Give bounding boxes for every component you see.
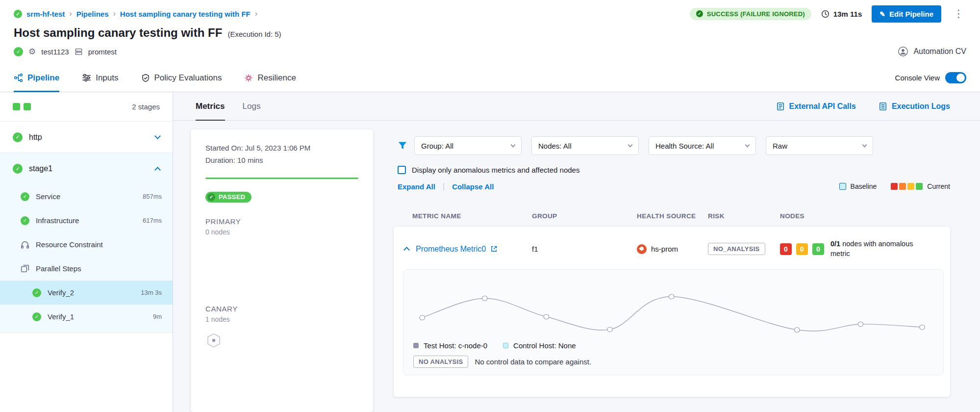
step-row-resource-constraint[interactable]: Resource Constraint: [0, 232, 173, 257]
stage-summary: 2 stages: [0, 92, 173, 122]
breadcrumb-pipeline-name[interactable]: Host sampling canary testing with FF: [120, 10, 251, 18]
meta-row: test1123 promtest Automation CV: [0, 40, 980, 64]
data-mode-value: Raw: [773, 142, 787, 150]
verification-status-badge: PASSED: [205, 192, 251, 203]
check-icon: [696, 10, 703, 17]
step-row-service[interactable]: Service 857ms: [0, 184, 173, 208]
risk-badge: NO_ANALYSIS: [708, 243, 765, 255]
step-duration: 9m: [153, 313, 162, 320]
external-link-icon[interactable]: [490, 245, 498, 253]
clock-icon: [821, 10, 829, 18]
control-host-chip[interactable]: Control Host: None: [503, 341, 576, 350]
verification-panel: Metrics Logs External API Calls Executio…: [173, 92, 980, 412]
console-view-label: Console View: [895, 74, 940, 82]
stage-square-icon: [24, 103, 31, 110]
metric-chart-container: Test Host: c-node-0 Control Host: None N…: [403, 269, 944, 375]
topbar: srm-hf-test Pipelines Host sampling cana…: [0, 0, 980, 23]
tab-resilience-label: Resilience: [257, 73, 296, 83]
chevron-down-icon: [745, 142, 750, 147]
collapse-chevron-icon[interactable]: [403, 247, 410, 253]
external-api-calls-link[interactable]: External API Calls: [776, 102, 856, 111]
breadcrumb-pipelines[interactable]: Pipelines: [76, 10, 109, 18]
tab-pipeline[interactable]: Pipeline: [14, 64, 59, 92]
success-icon: [21, 192, 29, 201]
step-duration: 857ms: [143, 193, 162, 200]
step-row-infrastructure[interactable]: Infrastructure 617ms: [0, 208, 173, 232]
metrics-panel: Group: All Nodes: All Health Source: All: [394, 129, 950, 412]
tab-logs[interactable]: Logs: [243, 92, 261, 120]
stage-count: 2 stages: [132, 103, 160, 111]
expand-all-link[interactable]: Expand All: [398, 182, 435, 191]
metrics-tab-bar: Metrics Logs External API Calls Executio…: [173, 92, 980, 121]
health-source-filter-dropdown[interactable]: Health Source: All: [649, 136, 756, 155]
nodes-cell: 0 0 0 0/1 nodes with anomalous metric: [780, 239, 950, 258]
parallel-steps-icon: [21, 264, 29, 273]
canary-label: CANARY: [205, 305, 358, 313]
edit-pipeline-button[interactable]: Edit Pipeline: [872, 5, 941, 23]
breadcrumb-separator: [113, 9, 116, 18]
tab-inputs[interactable]: Inputs: [82, 64, 118, 92]
test-host-label: Test Host: c-node-0: [424, 341, 487, 350]
gear-icon: [28, 48, 36, 56]
elapsed-time: 13m 11s: [821, 10, 862, 18]
risk-yellow-swatch-icon: [907, 183, 914, 190]
nodes-filter-dropdown[interactable]: Nodes: All: [531, 136, 639, 155]
main-tab-bar: Pipeline Inputs Policy Evaluations Resil…: [0, 64, 980, 92]
step-row-verify-2[interactable]: Verify_2 13m 3s: [0, 281, 173, 305]
metric-group: f1: [532, 245, 637, 253]
chevron-down-icon: [862, 142, 867, 147]
filter-row: Group: All Nodes: All Health Source: All: [394, 136, 950, 155]
console-view-toggle[interactable]: [945, 72, 966, 83]
execution-logs-link[interactable]: Execution Logs: [879, 102, 950, 111]
tab-resilience[interactable]: Resilience: [244, 64, 296, 92]
group-filter-dropdown[interactable]: Group: All: [414, 136, 522, 155]
test-host-chip[interactable]: Test Host: c-node-0: [413, 341, 487, 350]
execution-logs-icon: [879, 102, 887, 111]
canary-node[interactable]: [205, 332, 358, 351]
breadcrumb-project[interactable]: srm-hf-test: [26, 10, 65, 18]
inputs-icon: [82, 73, 91, 82]
project-status-icon: [14, 10, 22, 18]
nodes-filter-value: Nodes: All: [538, 142, 572, 150]
stage-row-http[interactable]: http: [0, 122, 173, 153]
control-host-swatch-icon: [503, 343, 508, 348]
pencil-icon: [879, 10, 885, 18]
tab-metrics[interactable]: Metrics: [196, 92, 225, 120]
step-list: Service 857ms Infrastructure 617ms Resou…: [0, 184, 173, 333]
baseline-label: Baseline: [851, 182, 877, 190]
tab-logs-label: Logs: [243, 102, 261, 111]
title-row: Host sampling canary testing with FF (Ex…: [0, 23, 980, 40]
metric-name-link[interactable]: Prometheus Metric0: [416, 245, 486, 254]
anomalous-filter-row: Display only anomalous metrics and affec…: [394, 166, 950, 174]
execution-body: 2 stages http stage1 Service 857ms: [0, 92, 980, 412]
current-swatches: [891, 183, 923, 190]
stage-row-stage1[interactable]: stage1: [0, 153, 173, 184]
topbar-actions: SUCCESS (FAILURE IGNORED) 13m 11s Edit P…: [690, 5, 966, 23]
risk-red-swatch-icon: [891, 183, 898, 190]
data-mode-dropdown[interactable]: Raw: [766, 136, 873, 155]
page-title: Host sampling canary testing with FF: [14, 26, 222, 40]
kebab-menu-icon[interactable]: [951, 8, 966, 20]
tab-policy-evaluations[interactable]: Policy Evaluations: [141, 64, 222, 92]
step-row-verify-1[interactable]: Verify_1 9m: [0, 305, 173, 329]
verification-content: Started On: Jul 5, 2023 1:06 PM Duration…: [173, 121, 980, 412]
chart-point: [858, 322, 863, 327]
step-label: Verify_1: [48, 312, 74, 321]
chart-point: [669, 294, 674, 299]
analysis-row: NO ANALYSIS No control data to compare a…: [410, 356, 936, 368]
success-icon: [21, 216, 29, 225]
chart-point: [794, 328, 800, 333]
execution-logs-label: Execution Logs: [892, 102, 950, 111]
success-icon: [13, 132, 23, 142]
collapse-all-link[interactable]: Collapse All: [452, 182, 494, 191]
stage-label: stage1: [29, 164, 52, 173]
status-badge: SUCCESS (FAILURE IGNORED): [690, 8, 811, 20]
anomalous-checkbox[interactable]: [398, 166, 406, 174]
external-api-calls-label: External API Calls: [789, 102, 856, 111]
step-row-parallel-steps[interactable]: Parallel Steps: [0, 257, 173, 281]
step-duration: 617ms: [143, 217, 162, 224]
tab-metrics-label: Metrics: [196, 102, 225, 111]
verification-status-label: PASSED: [219, 193, 245, 201]
stage-square-icon: [13, 103, 20, 110]
col-risk: RISK: [708, 212, 780, 220]
